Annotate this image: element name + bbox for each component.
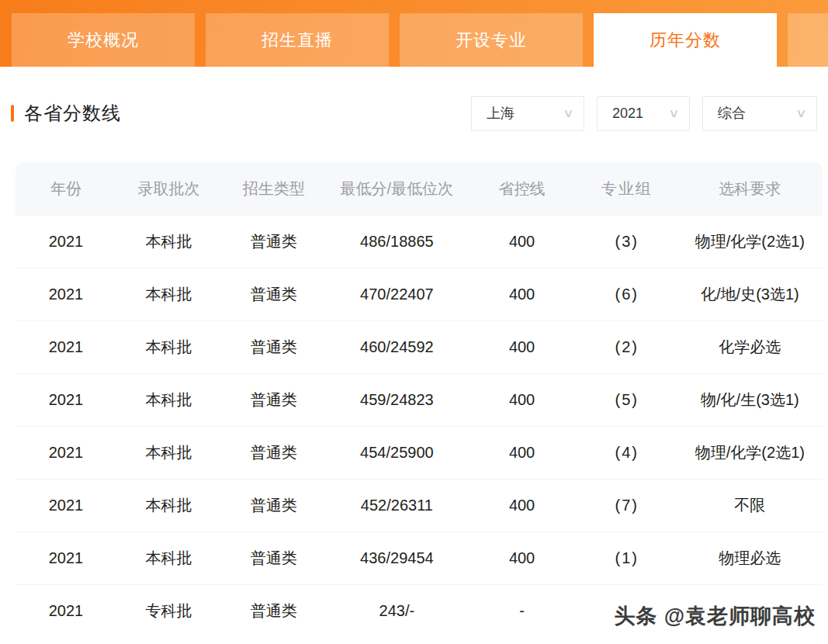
table-cell: (5) — [577, 391, 677, 409]
table-cell: 400 — [467, 233, 576, 251]
table-cell: (7) — [577, 497, 677, 514]
table-cell: (2) — [577, 338, 677, 356]
section-title-wrap: 各省分数线 — [11, 101, 121, 126]
table-cell: 460/24592 — [326, 338, 467, 356]
table-cell: 普通类 — [221, 442, 326, 463]
table-cell: 专科批 — [116, 601, 221, 621]
table-cell: 2021 — [16, 391, 116, 409]
table-cell: 普通类 — [221, 601, 326, 621]
table-cell: 400 — [467, 338, 576, 356]
table-cell: 普通类 — [221, 337, 326, 358]
column-header-batch: 录取批次 — [116, 178, 221, 199]
category-dropdown-value: 综合 — [718, 104, 746, 123]
tab-historical-scores[interactable]: 历年分数 — [594, 13, 777, 67]
page: 学校概况 招生直播 开设专业 历年分数 各省分数线 上海 ∨ 2021 ∨ 综合… — [0, 0, 828, 644]
tab-partial-right[interactable] — [788, 13, 828, 67]
top-tab-bar: 学校概况 招生直播 开设专业 历年分数 — [0, 0, 828, 67]
column-header-subject-req: 选科要求 — [677, 178, 823, 199]
tab-admissions-live[interactable]: 招生直播 — [206, 13, 389, 67]
scores-table: 年份 录取批次 招生类型 最低分/最低位次 省控线 专业组 选科要求 2021本… — [16, 162, 823, 637]
table-row: 2021本科批普通类436/29454400(1)物理必选 — [16, 531, 823, 584]
province-dropdown-value: 上海 — [487, 104, 514, 123]
column-header-major-group: 专业组 — [577, 178, 677, 199]
table-row: 2021本科批普通类470/22407400(6)化/地/史(3选1) — [16, 268, 823, 320]
table-cell: 化学必选 — [677, 337, 823, 358]
province-dropdown[interactable]: 上海 ∨ — [471, 96, 584, 131]
table-cell: 普通类 — [221, 284, 326, 305]
table-cell: - — [467, 602, 576, 620]
table-cell: (3) — [577, 233, 677, 251]
table-cell: 2021 — [16, 549, 116, 567]
table-cell: 物理/化学(2选1) — [677, 231, 823, 252]
table-row: 2021本科批普通类459/24823400(5)物/化/生(3选1) — [16, 373, 823, 426]
column-header-control-line: 省控线 — [467, 178, 576, 199]
table-cell: 400 — [467, 286, 576, 303]
table-cell: 452/26311 — [326, 497, 467, 514]
table-cell: 本科批 — [116, 337, 221, 358]
filter-group: 上海 ∨ 2021 ∨ 综合 ∨ — [471, 96, 817, 131]
column-header-type: 招生类型 — [221, 178, 326, 199]
table-cell: 化/地/史(3选1) — [677, 284, 823, 305]
table-row: 2021本科批普通类486/18865400(3)物理/化学(2选1) — [16, 215, 823, 268]
page-title: 各省分数线 — [24, 101, 121, 126]
table-cell: 2021 — [16, 233, 116, 251]
table-cell: 2021 — [16, 497, 116, 514]
table-cell: 普通类 — [221, 390, 326, 410]
table-row: 2021本科批普通类452/26311400(7)不限 — [16, 479, 823, 531]
table-cell: 243/- — [326, 602, 467, 620]
table-row: 2021本科批普通类454/25900400(4)物理/化学(2选1) — [16, 426, 823, 479]
table-cell: 436/29454 — [326, 549, 467, 567]
table-cell: 物理/化学(2选1) — [677, 442, 823, 463]
column-header-year: 年份 — [16, 178, 116, 199]
chevron-down-icon: ∨ — [668, 106, 679, 120]
table-cell: (1) — [577, 549, 677, 567]
table-header-row: 年份 录取批次 招生类型 最低分/最低位次 省控线 专业组 选科要求 — [16, 162, 823, 215]
table-cell: 400 — [467, 497, 576, 514]
table-cell: 2021 — [16, 602, 116, 620]
table-cell: 400 — [467, 549, 576, 567]
tab-school-overview[interactable]: 学校概况 — [12, 13, 195, 67]
table-cell: 400 — [467, 391, 576, 409]
table-cell: 2021 — [16, 338, 116, 356]
column-header-min-score-rank: 最低分/最低位次 — [326, 178, 467, 199]
category-dropdown[interactable]: 综合 ∨ — [702, 96, 817, 131]
table-cell: 400 — [467, 444, 576, 462]
table-cell: 本科批 — [116, 231, 221, 252]
section-header: 各省分数线 上海 ∨ 2021 ∨ 综合 ∨ — [11, 95, 817, 131]
table-cell: 本科批 — [116, 495, 221, 516]
table-cell: 486/18865 — [326, 233, 467, 251]
table-cell: 物理必选 — [677, 548, 823, 569]
table-cell: 不限 — [677, 495, 823, 516]
table-cell: 物/化/生(3选1) — [677, 390, 823, 410]
table-cell: 本科批 — [116, 390, 221, 410]
table-cell: 本科批 — [116, 548, 221, 569]
chevron-down-icon: ∨ — [563, 106, 573, 120]
table-cell: 本科批 — [116, 284, 221, 305]
watermark: 头条 @袁老师聊高校 — [614, 602, 816, 630]
year-dropdown-value: 2021 — [612, 106, 643, 122]
table-cell: 459/24823 — [326, 391, 467, 409]
table-cell: 454/25900 — [326, 444, 467, 462]
table-cell: 普通类 — [221, 231, 326, 252]
table-cell: 2021 — [16, 286, 116, 303]
tab-majors-offered[interactable]: 开设专业 — [400, 13, 583, 67]
year-dropdown[interactable]: 2021 ∨ — [597, 96, 690, 131]
table-cell: (6) — [577, 286, 677, 303]
chevron-down-icon: ∨ — [795, 106, 806, 120]
table-cell: (4) — [577, 444, 677, 462]
table-body: 2021本科批普通类486/18865400(3)物理/化学(2选1)2021本… — [16, 215, 823, 637]
table-cell: 普通类 — [221, 548, 326, 569]
title-accent-bar — [11, 105, 14, 122]
table-cell: 470/22407 — [326, 286, 467, 303]
table-cell: 本科批 — [116, 442, 221, 463]
table-cell: 2021 — [16, 444, 116, 462]
table-cell: 普通类 — [221, 495, 326, 516]
table-row: 2021本科批普通类460/24592400(2)化学必选 — [16, 320, 823, 373]
